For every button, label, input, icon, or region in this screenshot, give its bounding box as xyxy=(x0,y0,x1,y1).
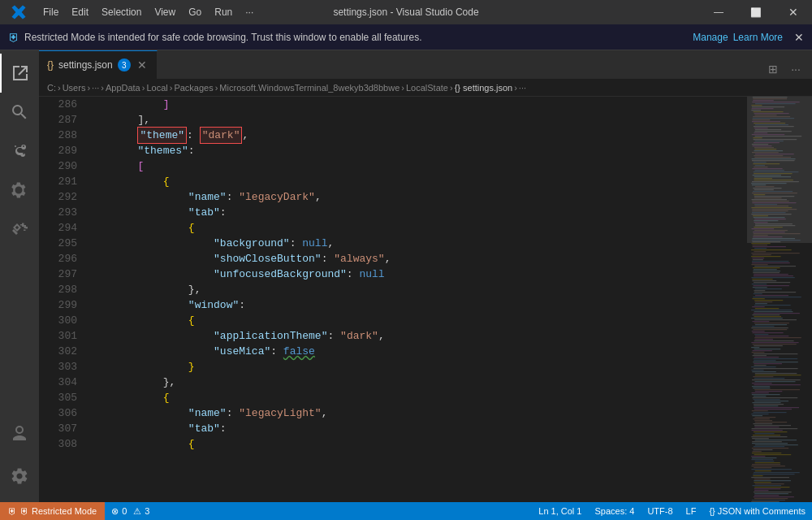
status-left: ⛨ ⛨ Restricted Mode ⊗ 0 ⚠ 3 xyxy=(0,502,156,520)
cursor-position-label: Ln 1, Col 1 xyxy=(538,506,581,516)
close-button[interactable]: ✕ xyxy=(775,0,812,24)
indentation-status[interactable]: Spaces: 4 xyxy=(588,502,641,520)
shield-icon: ⛨ xyxy=(8,31,19,44)
split-editor-button[interactable]: ⊞ xyxy=(763,59,783,79)
menu-more[interactable]: ··· xyxy=(239,0,260,24)
status-bar: ⛨ ⛨ Restricted Mode ⊗ 0 ⚠ 3 Ln 1, Col 1 … xyxy=(0,502,812,520)
tab-close-button[interactable]: ✕ xyxy=(136,58,149,72)
minimap[interactable] xyxy=(747,97,812,502)
breadcrumb-localstate[interactable]: LocalState xyxy=(406,83,448,93)
menu-go[interactable]: Go xyxy=(182,0,208,24)
language-status[interactable]: {} JSON with Comments xyxy=(702,502,812,520)
status-right: Ln 1, Col 1 Spaces: 4 UTF-8 LF {} JSON w… xyxy=(532,502,812,520)
tab-settings-json[interactable]: {} settings.json 3 ✕ xyxy=(39,50,158,79)
activity-bar-bottom xyxy=(0,414,39,496)
breadcrumb-terminal-pkg[interactable]: Microsoft.WindowsTerminal_8wekyb3d8bbwe xyxy=(219,83,400,93)
warnings-count: 3 xyxy=(145,506,149,516)
code-line: } xyxy=(87,359,747,375)
title-bar-left: File Edit Selection View Go Run ··· xyxy=(0,0,260,24)
breadcrumb-ellipsis[interactable]: ··· xyxy=(92,83,99,93)
code-line: "theme": "dark", xyxy=(87,128,747,143)
breadcrumb-drive[interactable]: C: xyxy=(47,83,56,93)
code-line: { xyxy=(87,174,747,189)
breadcrumb-local[interactable]: Local xyxy=(146,83,167,93)
errors-count: 0 xyxy=(122,506,127,516)
breadcrumb-users[interactable]: Users xyxy=(63,83,86,93)
menu-file[interactable]: File xyxy=(37,0,65,24)
breadcrumb-symbol[interactable]: ··· xyxy=(519,83,526,93)
encoding-label: UTF-8 xyxy=(647,506,672,516)
restricted-mode-banner: ⛨ Restricted Mode is intended for safe c… xyxy=(0,24,812,50)
code-line: "useMica": false xyxy=(87,344,747,359)
code-line: "tab": xyxy=(87,421,747,436)
tab-actions: ⊞ ··· xyxy=(763,59,812,79)
tab-label: settings.json xyxy=(58,59,113,71)
line-numbers: 2862872882892902912922932942952962972982… xyxy=(39,97,84,502)
tabs-bar: {} settings.json 3 ✕ ⊞ ··· xyxy=(39,50,812,79)
minimize-button[interactable]: — xyxy=(700,0,737,24)
vscode-logo xyxy=(0,0,37,24)
code-line: "name": "legacyDark", xyxy=(87,189,747,205)
source-control-icon[interactable] xyxy=(0,132,39,171)
code-line: "tab": xyxy=(87,205,747,220)
search-icon[interactable] xyxy=(0,93,39,132)
settings-icon[interactable] xyxy=(0,457,39,496)
errors-warnings-status[interactable]: ⊗ 0 ⚠ 3 xyxy=(105,502,156,520)
restricted-mode-label: ⛨ Restricted Mode xyxy=(20,506,97,516)
code-line: }, xyxy=(87,282,747,297)
code-line: ], xyxy=(87,112,747,128)
more-actions-button[interactable]: ··· xyxy=(786,59,806,79)
menu-bar: File Edit Selection View Go Run ··· xyxy=(37,0,260,24)
json-file-icon: {} xyxy=(47,59,54,71)
encoding-status[interactable]: UTF-8 xyxy=(641,502,679,520)
main-layout: {} settings.json 3 ✕ ⊞ ··· C: › Users › … xyxy=(0,50,812,502)
menu-selection[interactable]: Selection xyxy=(95,0,148,24)
code-line: { xyxy=(87,220,747,236)
maximize-button[interactable]: ⬜ xyxy=(737,0,775,24)
restricted-mode-status[interactable]: ⛨ ⛨ Restricted Mode xyxy=(0,502,105,520)
window-title: settings.json - Visual Studio Code xyxy=(333,6,478,18)
code-line: "window": xyxy=(87,297,747,313)
editor-area: {} settings.json 3 ✕ ⊞ ··· C: › Users › … xyxy=(39,50,812,502)
code-line: [ xyxy=(87,158,747,174)
account-icon[interactable] xyxy=(0,414,39,453)
code-line: { xyxy=(87,436,747,452)
line-ending-label: LF xyxy=(686,506,697,516)
breadcrumb-file[interactable]: {} settings.json xyxy=(455,83,513,93)
code-line: "showCloseButton": "always", xyxy=(87,251,747,266)
close-banner-button[interactable]: ✕ xyxy=(794,31,804,44)
code-line: "applicationTheme": "dark", xyxy=(87,328,747,344)
code-line: "background": null, xyxy=(87,236,747,251)
code-line: { xyxy=(87,313,747,328)
menu-run[interactable]: Run xyxy=(208,0,239,24)
activity-bar xyxy=(0,50,39,502)
errors-icon: ⊗ xyxy=(111,506,119,517)
warnings-icon: ⚠ xyxy=(133,506,141,517)
code-line: "themes": xyxy=(87,143,747,158)
tab-badge: 3 xyxy=(118,58,131,72)
title-bar: File Edit Selection View Go Run ··· sett… xyxy=(0,0,812,24)
code-line: "name": "legacyLight", xyxy=(87,405,747,421)
code-line: }, xyxy=(87,375,747,390)
breadcrumb-appdata[interactable]: AppData xyxy=(106,83,140,93)
banner-message: Restricted Mode is intended for safe cod… xyxy=(24,32,688,43)
line-ending-status[interactable]: LF xyxy=(680,502,703,520)
cursor-position-status[interactable]: Ln 1, Col 1 xyxy=(532,502,588,520)
menu-edit[interactable]: Edit xyxy=(65,0,95,24)
code-editor[interactable]: 2862872882892902912922932942952962972982… xyxy=(39,97,812,502)
window-controls: — ⬜ ✕ xyxy=(700,0,812,24)
learn-more-link[interactable]: Learn More xyxy=(733,32,783,43)
code-line: "unfocusedBackground": null xyxy=(87,266,747,282)
breadcrumb: C: › Users › ··· › AppData › Local › Pac… xyxy=(39,79,812,97)
code-content[interactable]: ] ], "theme": "dark", "themes": [ { "nam… xyxy=(84,97,747,502)
menu-view[interactable]: View xyxy=(148,0,182,24)
restricted-shield-icon: ⛨ xyxy=(8,506,17,516)
run-debug-icon[interactable] xyxy=(0,171,39,210)
explorer-icon[interactable] xyxy=(0,54,39,93)
breadcrumb-packages[interactable]: Packages xyxy=(174,83,213,93)
extensions-icon[interactable] xyxy=(0,210,39,249)
indentation-label: Spaces: 4 xyxy=(594,506,634,516)
minimap-canvas xyxy=(747,97,812,502)
manage-link[interactable]: Manage xyxy=(693,32,728,43)
code-line: { xyxy=(87,390,747,405)
